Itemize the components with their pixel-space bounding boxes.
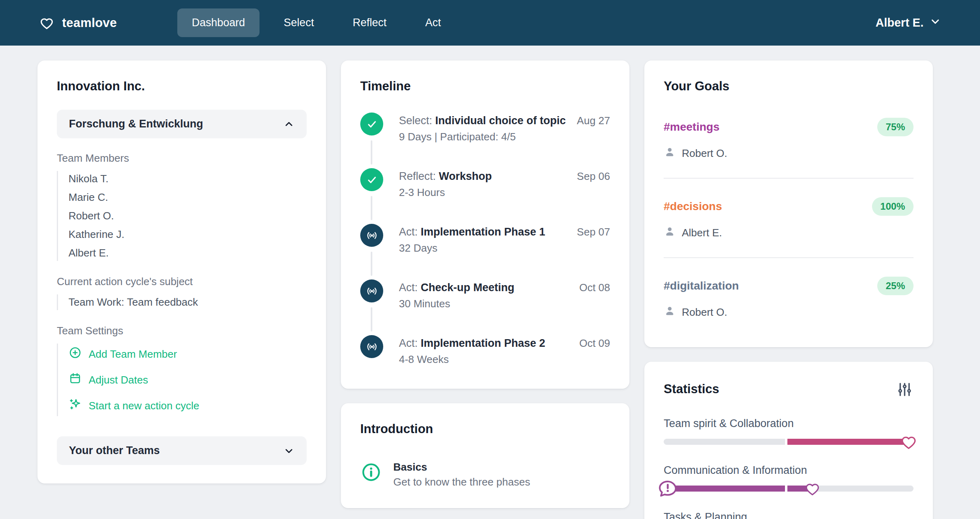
user-name: Albert E. [876, 16, 924, 29]
stat-slider[interactable] [664, 486, 914, 492]
goals-card: Your Goals #meetings 75% Robert O. [644, 60, 933, 347]
phase-label: Reflect: [399, 170, 436, 182]
event-subtitle: 4-8 Weeks [399, 352, 545, 367]
event-title: Implementation Phase 1 [421, 226, 545, 238]
adjust-dates-link[interactable]: Adjust Dates [69, 372, 307, 388]
broadcast-icon [360, 335, 383, 358]
statistics-card: Statistics Team spirit & Collaboration [644, 362, 933, 519]
plus-circle-icon [69, 346, 82, 362]
phase-label: Act: [399, 281, 418, 294]
left-column: Innovation Inc. Forschung & Entwicklung … [37, 60, 326, 484]
goal-progress-badge: 100% [872, 197, 914, 216]
timeline-item: Select: Individual choice of topic 9 Day… [360, 113, 610, 169]
event-date: Sep 07 [577, 224, 610, 240]
add-team-member-label: Add Team Member [89, 348, 177, 361]
stat-label: Communication & Information [664, 464, 914, 477]
heart-icon [39, 15, 55, 31]
goal-item: #decisions 100% Albert E. [664, 179, 914, 258]
timeline-item: Reflect: Workshop 2-3 Hours Sep 06 [360, 169, 610, 224]
calendar-icon [69, 372, 82, 388]
phase-label: Select: [399, 115, 432, 127]
sliders-icon[interactable] [896, 380, 914, 398]
team-selector-accordion[interactable]: Forschung & Entwicklung [57, 110, 307, 138]
intro-basics-link[interactable]: Basics Get to know the three phases [360, 460, 610, 490]
nav-item-dashboard[interactable]: Dashboard [177, 8, 260, 37]
event-date: Aug 27 [577, 113, 610, 128]
adjust-dates-label: Adjust Dates [89, 374, 148, 386]
user-menu[interactable]: Albert E. [876, 15, 941, 30]
chevron-down-icon [929, 15, 941, 30]
dashboard-content: Innovation Inc. Forschung & Entwicklung … [0, 46, 980, 519]
info-icon [360, 460, 382, 485]
timeline-item: Act: Check-up Meeting 30 Minutes Oct 08 [360, 280, 610, 336]
event-subtitle: 32 Days [399, 240, 545, 256]
nav-item-reflect[interactable]: Reflect [338, 8, 401, 37]
event-date: Sep 06 [577, 169, 610, 184]
stat-metric: Tasks & Planning [664, 511, 914, 519]
phase-label: Act: [399, 337, 418, 349]
member-name: Nikola T. [69, 173, 307, 185]
team-card-title: Innovation Inc. [57, 79, 307, 94]
goal-owner-name: Albert E. [682, 227, 722, 239]
add-team-member-link[interactable]: Add Team Member [69, 346, 307, 362]
right-column: Your Goals #meetings 75% Robert O. [644, 60, 933, 519]
heart-marker-icon[interactable] [804, 480, 821, 497]
timeline-card: Timeline Select: Individual choice of to… [341, 60, 629, 389]
member-name: Marie C. [69, 191, 307, 204]
team-card: Innovation Inc. Forschung & Entwicklung … [37, 60, 326, 484]
goal-item: #digitalization 25% Robert O. [664, 258, 914, 329]
stat-metric: Team spirit & Collaboration [664, 417, 914, 445]
stat-slider[interactable] [664, 439, 914, 445]
event-date: Oct 09 [579, 336, 610, 351]
broadcast-icon [360, 224, 383, 247]
nav-item-act[interactable]: Act [411, 8, 455, 37]
goal-item: #meetings 75% Robert O. [664, 94, 914, 179]
other-teams-label: Your other Teams [69, 444, 160, 457]
other-teams-accordion[interactable]: Your other Teams [57, 436, 307, 465]
introduction-card: Introduction Basics Get to know the thre… [341, 403, 629, 508]
event-date: Oct 08 [579, 280, 610, 295]
subject-list: Team Work: Team feedback [57, 294, 307, 310]
event-subtitle: 2-3 Hours [399, 185, 492, 200]
stat-label: Team spirit & Collaboration [664, 417, 914, 430]
members-list: Nikola T. Marie C. Robert O. Katherine J… [57, 171, 307, 261]
event-subtitle: 9 Days | Participated: 4/5 [399, 129, 566, 144]
broadcast-icon [360, 279, 383, 302]
intro-item-title: Basics [393, 460, 530, 475]
main-nav: Dashboard Select Reflect Act [177, 8, 455, 37]
start-action-cycle-label: Start a new action cycle [89, 400, 199, 412]
nav-item-select[interactable]: Select [269, 8, 328, 37]
brand-logo[interactable]: teamlove [39, 15, 117, 31]
stat-metric: Communication & Information [664, 464, 914, 492]
user-icon [664, 146, 676, 161]
settings-label: Team Settings [57, 325, 307, 337]
middle-column: Timeline Select: Individual choice of to… [341, 60, 629, 508]
start-action-cycle-link[interactable]: Start a new action cycle [69, 398, 307, 414]
subject-label: Current action cycle's subject [57, 275, 307, 288]
stat-divider [785, 486, 787, 492]
event-title: Check-up Meeting [421, 281, 515, 294]
speech-bubble-exclamation-icon[interactable] [656, 477, 679, 500]
goals-title: Your Goals [664, 79, 914, 94]
member-name: Robert O. [69, 210, 307, 222]
goal-owner-name: Robert O. [682, 306, 727, 319]
sparkles-icon [69, 398, 82, 414]
member-name: Albert E. [69, 247, 307, 259]
stat-fill [664, 486, 818, 492]
user-icon [664, 225, 676, 240]
goal-tag: #meetings [664, 121, 720, 133]
member-name: Katherine J. [69, 228, 307, 241]
team-selector-label: Forschung & Entwicklung [69, 118, 203, 130]
stat-label: Tasks & Planning [664, 511, 914, 519]
phase-label: Act: [399, 226, 418, 238]
goal-progress-badge: 25% [877, 277, 914, 295]
goal-owner-name: Robert O. [682, 147, 727, 160]
check-circle-icon [360, 168, 383, 191]
subject-value: Team Work: Team feedback [69, 296, 307, 308]
stat-divider [785, 439, 787, 445]
event-title: Individual choice of topic [435, 115, 566, 127]
members-label: Team Members [57, 152, 307, 165]
event-title: Workshop [439, 170, 492, 182]
goal-tag: #decisions [664, 200, 722, 213]
heart-marker-icon[interactable] [899, 433, 918, 451]
